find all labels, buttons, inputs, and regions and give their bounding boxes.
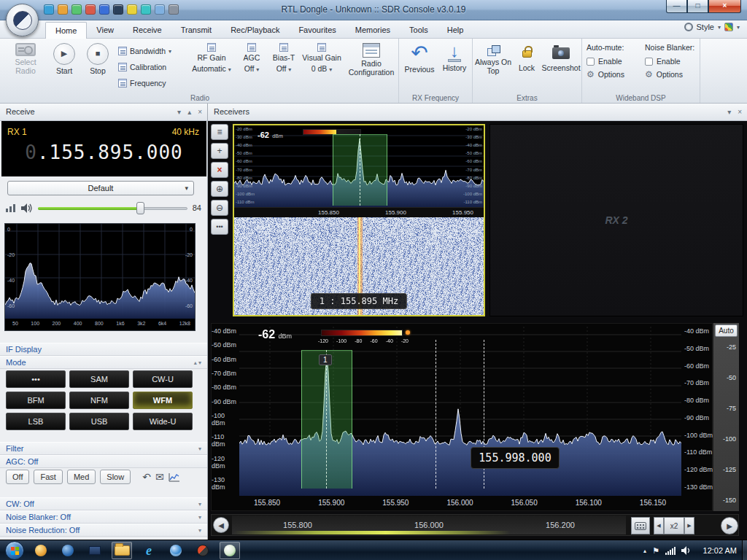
start-button[interactable] — [5, 541, 24, 560]
qat-icon[interactable] — [99, 4, 109, 15]
volume-tray-icon[interactable] — [681, 546, 692, 555]
network-icon[interactable] — [665, 547, 676, 555]
zoom-decrease-button[interactable]: ◀ — [654, 517, 664, 534]
zoom-out-button[interactable]: ⊖ — [211, 200, 228, 216]
internet-explorer-icon[interactable]: e — [139, 542, 159, 559]
qat-icon[interactable] — [155, 4, 165, 15]
range-control-strip[interactable]: Auto -25-50-75-100-125-150 — [713, 323, 739, 511]
rf-gain-button[interactable]: RF Gain Automatic ▾ — [188, 39, 235, 74]
section-noise-blanker[interactable]: Noise Blanker: Off ▾ — [0, 510, 207, 524]
sdr-console-taskbar-icon[interactable] — [220, 542, 240, 559]
chevron-down-icon[interactable]: ▾ — [177, 104, 181, 120]
section-noise-reduction[interactable]: Noise Reduction: Off ▾ — [0, 524, 207, 537]
show-desktop-button[interactable] — [742, 540, 747, 560]
ribbon-tab[interactable]: Favourites — [289, 22, 345, 39]
chevron-down-icon[interactable]: ▾ — [198, 443, 201, 455]
qat-icon[interactable] — [71, 4, 82, 15]
visual-gain-button[interactable]: Visual Gain 0 dB ▾ — [301, 39, 343, 74]
qat-icon[interactable] — [141, 4, 151, 15]
screenshot-button[interactable]: Screenshot — [541, 39, 581, 73]
previous-button[interactable]: ↶ Previous — [402, 39, 437, 74]
mute-button[interactable]: × — [211, 162, 228, 178]
audio-spectrum-plot[interactable] — [5, 224, 195, 319]
auto-mute-options[interactable]: ⚙ Options — [587, 70, 642, 79]
zoom-in-button[interactable]: ⊕ — [211, 181, 228, 197]
devices-app-icon[interactable] — [85, 542, 105, 559]
close-icon[interactable]: × — [198, 104, 202, 120]
always-on-top-button[interactable]: Always On Top — [474, 39, 512, 75]
mode-button[interactable]: SAM — [69, 370, 129, 388]
more-button[interactable]: ••• — [211, 219, 228, 235]
radio-configuration-button[interactable]: Radio Configuration — [347, 39, 395, 77]
checkbox-icon[interactable] — [645, 58, 653, 66]
zoom-factor-button[interactable]: x2 — [664, 517, 684, 534]
add-receiver-button[interactable]: + — [211, 143, 228, 159]
bandwidth-button[interactable]: Bandwidth ▾ — [118, 44, 171, 58]
volume-slider-handle[interactable] — [136, 202, 144, 214]
frequency-digits[interactable]: 0.155.895.000 — [1, 141, 206, 163]
checkbox-icon[interactable] — [587, 58, 595, 66]
ribbon-tab[interactable]: Receive — [123, 22, 171, 39]
preset-dropdown[interactable]: Default ▾ — [7, 181, 194, 195]
chart-icon[interactable] — [169, 472, 180, 482]
mode-button[interactable]: USB — [69, 413, 129, 430]
action-center-flag-icon[interactable]: ⚑ — [652, 546, 659, 556]
mode-button[interactable]: LSB — [6, 413, 66, 430]
frequency-display[interactable]: RX 1 40 kHz 0.155.895.000 — [1, 121, 206, 176]
ribbon-tab[interactable]: Transmit — [171, 22, 221, 39]
chevron-down-icon[interactable]: ▾ — [198, 359, 201, 366]
taskbar-clock[interactable]: 12:02 AM — [703, 540, 737, 560]
recorder-app-icon[interactable] — [193, 542, 213, 559]
player-app-icon[interactable] — [58, 542, 78, 559]
media-app-icon[interactable] — [31, 542, 51, 559]
mode-button[interactable]: Wide-U — [133, 413, 193, 430]
style-selector[interactable]: Style ▾ ▾ — [684, 23, 740, 31]
auto-range-button[interactable]: Auto — [715, 324, 738, 337]
keyboard-entry-button[interactable] — [631, 517, 650, 534]
agc-button[interactable]: Fast — [34, 470, 62, 484]
noise-blanker-options[interactable]: ⚙ Options — [645, 70, 699, 79]
close-icon[interactable]: × — [738, 104, 742, 120]
audio-spectrum-display[interactable]: 0-20-40-60 0-20-40-60 501002004008001k63… — [4, 223, 196, 331]
show-hidden-icons[interactable]: ▴ — [643, 548, 646, 554]
section-agc[interactable]: AGC: Off — [0, 455, 207, 468]
ribbon-tab[interactable]: Rec/Playback — [221, 22, 289, 39]
section-if-display[interactable]: IF Display — [0, 343, 207, 356]
ribbon-tab[interactable]: View — [87, 22, 123, 39]
qat-icon[interactable] — [127, 4, 137, 15]
chevron-down-icon[interactable]: ▾ — [727, 104, 731, 120]
undo-icon[interactable]: ↶ — [142, 471, 151, 483]
history-button[interactable]: ↓ History — [438, 39, 471, 73]
qat-icon[interactable] — [169, 4, 179, 15]
chevron-up-icon[interactable]: ▴ — [187, 104, 191, 120]
scroll-right-button[interactable]: ▶ — [721, 517, 738, 534]
stop-button[interactable]: ■ Stop — [82, 39, 114, 76]
mode-button[interactable]: CW-U — [133, 370, 193, 388]
volume-slider[interactable] — [38, 201, 187, 214]
lock-button[interactable]: Lock — [514, 39, 540, 73]
application-menu-button[interactable] — [6, 4, 39, 36]
main-spectrum-display[interactable]: -40 dBm-50 dBm-60 dBm-70 dBm-80 dBm-90 d… — [211, 323, 713, 511]
frequency-button[interactable]: Frequency — [118, 77, 166, 90]
section-filter[interactable]: Filter ▾ — [0, 442, 207, 455]
ribbon-tab[interactable]: Memories — [346, 22, 400, 39]
calibration-button[interactable]: Calibration — [118, 61, 166, 74]
close-button[interactable]: × — [708, 0, 741, 13]
browser-app-icon[interactable] — [166, 542, 186, 559]
section-cw[interactable]: CW: Off ▾ — [0, 497, 207, 510]
agc-button[interactable]: Slow — [100, 470, 131, 484]
scroll-left-button[interactable]: ◀ — [213, 517, 229, 533]
minimize-button[interactable]: — — [666, 0, 687, 13]
ribbon-tab[interactable]: Tools — [400, 22, 438, 39]
agc-button[interactable]: Med — [67, 470, 96, 484]
maximize-button[interactable]: □ — [687, 0, 708, 13]
start-button[interactable]: ▶ Start — [48, 39, 80, 76]
rx-marker[interactable]: 1 — [319, 354, 332, 365]
speaker-icon[interactable] — [21, 203, 33, 213]
mode-button[interactable]: ••• — [6, 370, 66, 388]
auto-mute-enable[interactable]: Enable — [587, 57, 642, 66]
mode-button[interactable]: BFM — [6, 392, 66, 409]
bias-t-button[interactable]: Bias-T Off ▾ — [268, 39, 299, 74]
ribbon-tab[interactable]: Home — [45, 22, 87, 39]
rx1-display[interactable]: -20 dBm-30 dBm-40 dBm-50 dBm-60 dBm-70 d… — [233, 124, 485, 316]
